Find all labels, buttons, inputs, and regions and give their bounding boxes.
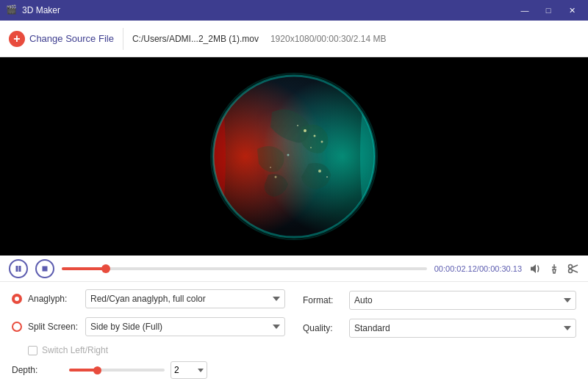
anaglyph-select[interactable]: Red/Cyan anaglyph, full color <box>85 289 285 308</box>
depth-fill <box>69 369 98 372</box>
svg-point-7 <box>321 141 323 143</box>
split-screen-label: Split Screen: <box>28 322 79 332</box>
close-button[interactable]: ✕ <box>562 3 582 18</box>
svg-point-9 <box>287 154 290 156</box>
switch-lr-label: Switch Left/Right <box>42 345 108 355</box>
title-bar-left: 🎬 3D Maker <box>6 4 60 16</box>
switch-lr-checkbox[interactable] <box>28 346 37 355</box>
svg-point-10 <box>318 170 321 173</box>
anaglyph-setting: Anaglyph: Red/Cyan anaglyph, full color <box>12 289 285 308</box>
depth-row: Depth: 2 <box>12 361 576 379</box>
title-bar-controls: — □ ✕ <box>514 3 582 18</box>
quality-select[interactable]: Standard <box>349 319 576 338</box>
pin-button[interactable] <box>548 264 560 274</box>
change-source-button[interactable]: + Change Source File <box>9 31 114 47</box>
app-icon: 🎬 <box>6 4 18 16</box>
depth-label: Depth: <box>12 365 63 375</box>
app-title: 3D Maker <box>22 5 60 15</box>
svg-point-22 <box>569 269 573 272</box>
toolbar-divider <box>123 28 123 50</box>
time-display: 00:00:02.12/00:00:30.13 <box>434 264 522 273</box>
settings-row-1: Anaglyph: Red/Cyan anaglyph, full color … <box>12 289 576 311</box>
preview-area <box>0 57 588 256</box>
split-screen-radio[interactable] <box>12 322 22 332</box>
progress-fill <box>62 267 106 270</box>
progress-bar[interactable] <box>62 267 427 270</box>
format-select[interactable]: Auto <box>349 291 576 310</box>
svg-point-11 <box>326 176 328 178</box>
svg-rect-18 <box>16 266 18 272</box>
settings-left-2: Split Screen: Side by Side (Full) <box>12 317 285 339</box>
depth-select[interactable]: 2 <box>171 361 207 379</box>
settings-area: Anaglyph: Red/Cyan anaglyph, full color … <box>0 282 588 384</box>
change-source-label: Change Source File <box>29 33 114 44</box>
plus-icon: + <box>9 31 25 47</box>
svg-point-21 <box>569 264 573 268</box>
stop-button[interactable] <box>35 259 54 278</box>
svg-point-13 <box>270 167 271 168</box>
settings-right-1: Format: Auto <box>291 291 576 310</box>
pause-button[interactable] <box>9 259 28 278</box>
depth-slider[interactable] <box>69 369 165 372</box>
svg-point-12 <box>275 176 277 178</box>
maximize-button[interactable]: □ <box>538 3 559 18</box>
svg-point-15 <box>360 79 382 233</box>
anaglyph-label: Anaglyph: <box>28 294 79 304</box>
toolbar: + Change Source File C:/Users/ADMI...2_2… <box>0 21 588 57</box>
radio-dot <box>15 297 19 301</box>
svg-point-5 <box>314 135 316 137</box>
minimize-button[interactable]: — <box>514 3 535 18</box>
file-path: C:/Users/ADMI...2_2MB (1).mov <box>132 34 259 44</box>
settings-left-1: Anaglyph: Red/Cyan anaglyph, full color <box>12 289 285 311</box>
format-label: Format: <box>303 295 343 305</box>
earth-preview <box>206 68 382 244</box>
svg-point-6 <box>297 125 298 126</box>
settings-row-2: Split Screen: Side by Side (Full) Qualit… <box>12 317 576 339</box>
settings-row-3: Switch Left/Right <box>12 345 576 355</box>
title-bar: 🎬 3D Maker — □ ✕ <box>0 0 588 21</box>
switch-lr-container: Switch Left/Right <box>12 345 108 355</box>
depth-thumb[interactable] <box>93 366 101 374</box>
svg-rect-19 <box>19 266 21 272</box>
volume-button[interactable] <box>529 264 541 274</box>
anaglyph-radio[interactable] <box>12 294 22 304</box>
controls-bar: 00:00:02.12/00:00:30.13 <box>0 256 588 282</box>
svg-point-8 <box>310 147 312 148</box>
split-screen-setting: Split Screen: Side by Side (Full) <box>12 317 285 336</box>
file-meta: 1920x1080/00:00:30/2.14 MB <box>270 34 386 44</box>
progress-thumb[interactable] <box>101 264 110 273</box>
quality-label: Quality: <box>303 323 343 333</box>
svg-point-4 <box>304 129 306 132</box>
split-screen-select[interactable]: Side by Side (Full) <box>85 317 285 336</box>
scissors-button[interactable] <box>567 264 579 274</box>
svg-rect-20 <box>43 266 48 271</box>
file-info: C:/Users/ADMI...2_2MB (1).mov 1920x1080/… <box>132 34 387 44</box>
switch-lr-item: Switch Left/Right <box>28 345 108 355</box>
settings-right-2: Quality: Standard <box>291 319 576 338</box>
